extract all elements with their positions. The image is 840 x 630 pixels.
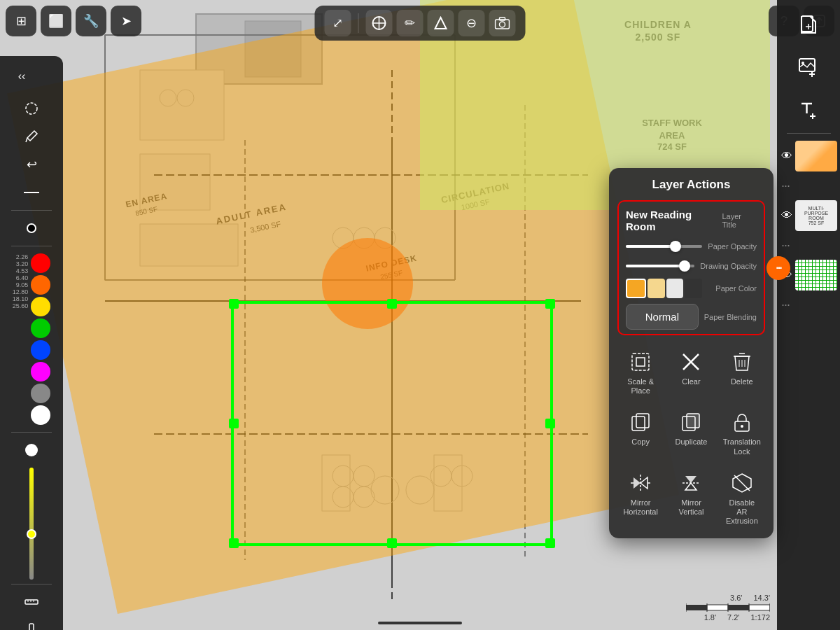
- scale-place-label: Scale &Place: [627, 377, 654, 396]
- pen-tool-button[interactable]: ✏: [397, 10, 424, 36]
- redo-tool[interactable]: [18, 179, 45, 206]
- eye-button-2[interactable]: 👁: [780, 209, 794, 222]
- color-swatch-dark-gray[interactable]: [685, 279, 702, 298]
- clear-icon: [678, 349, 704, 374]
- paper-blending-button[interactable]: Normal: [626, 304, 699, 330]
- opacity-thumb[interactable]: [27, 529, 36, 539]
- undo-tool[interactable]: ↩: [18, 151, 45, 178]
- layer-title-row: New Reading Room Layer Title: [626, 209, 757, 232]
- color-swatch-gray[interactable]: [31, 384, 50, 403]
- move-canvas-button[interactable]: ⤢: [325, 10, 351, 36]
- new-document-button[interactable]: [790, 7, 827, 43]
- size-numbers: 2.26 3.20 4.53 6.40 9.05 12.80 18.10 25.…: [13, 253, 29, 309]
- color-palette: [31, 253, 50, 425]
- ruler-labels-bottom: 1.8' 7.2' 1:172: [704, 613, 770, 622]
- duplicate-action[interactable]: Duplicate: [668, 404, 714, 460]
- selection-rect[interactable]: [231, 301, 553, 546]
- corner-handle-tl[interactable]: [229, 299, 239, 309]
- paper-opacity-thumb[interactable]: [670, 241, 681, 252]
- thumbnail-3[interactable]: [795, 260, 837, 290]
- mirror-horizontal-action[interactable]: MirrorHorizontal: [617, 465, 664, 531]
- line-icon: [24, 191, 39, 194]
- size-value: 12.80: [13, 288, 29, 295]
- grid-button[interactable]: ⊞: [6, 6, 36, 36]
- toolbar-separator: [358, 13, 359, 33]
- dots-row-1: ···: [777, 178, 840, 193]
- svg-rect-63: [29, 624, 34, 630]
- mirror-vertical-action[interactable]: MirrorVertical: [668, 465, 714, 531]
- color-swatch-orange[interactable]: [626, 279, 646, 298]
- split-tool-button[interactable]: [366, 10, 393, 36]
- layer-controls-box: New Reading Room Layer Title Paper Opaci…: [617, 200, 765, 335]
- corner-handle-bl[interactable]: [229, 538, 239, 548]
- mid-handle-left[interactable]: [229, 419, 239, 428]
- color-swatch-light-gray[interactable]: [666, 279, 684, 298]
- size-value: 25.60: [13, 302, 29, 309]
- settings-button[interactable]: 🔧: [76, 6, 106, 36]
- add-image-button[interactable]: [790, 49, 827, 85]
- mirror-horizontal-label: MirrorHorizontal: [623, 498, 658, 517]
- pen-tool[interactable]: [18, 617, 45, 630]
- color-swatch-light-orange[interactable]: [648, 279, 665, 298]
- eye-button-1[interactable]: 👁: [780, 150, 794, 162]
- svg-rect-53: [500, 18, 505, 20]
- more-dots-1: ···: [781, 178, 790, 193]
- divider4: [11, 584, 51, 584]
- color-swatch-red[interactable]: [31, 253, 50, 273]
- color-size-section: 2.26 3.20 4.53 6.40 9.05 12.80 18.10 25.…: [13, 251, 51, 428]
- paper-opacity-slider[interactable]: [626, 239, 702, 253]
- opacity-track[interactable]: [29, 468, 34, 580]
- drawing-opacity-thumb[interactable]: [679, 260, 690, 272]
- paper-color-row: Paper Color: [626, 279, 757, 298]
- color-swatch-white[interactable]: [31, 405, 50, 425]
- ruler-tool[interactable]: [18, 589, 45, 615]
- add-image-icon: [798, 57, 819, 77]
- clear-action[interactable]: Clear: [668, 344, 714, 400]
- trim-tool-button[interactable]: [428, 10, 454, 36]
- scale-ratio: 1:172: [750, 613, 770, 622]
- divider1: [11, 210, 51, 211]
- drawing-opacity-track: [626, 265, 694, 267]
- scale-label-3: 1.8': [704, 613, 716, 622]
- color-swatch-orange[interactable]: [31, 275, 50, 295]
- layer-actions-panel: Layer Actions New Reading Room Layer Tit…: [609, 168, 774, 538]
- size-value: 18.10: [13, 295, 29, 302]
- svg-rect-100: [707, 605, 728, 610]
- size-value: 2.26: [13, 253, 29, 260]
- eyedropper-tool[interactable]: [18, 123, 45, 150]
- scale-place-action[interactable]: Scale &Place: [617, 344, 664, 400]
- delete-action[interactable]: Delete: [719, 344, 765, 400]
- cursor-button[interactable]: ➤: [111, 6, 141, 36]
- white-dot-tool[interactable]: [18, 437, 45, 463]
- thumbnail-1[interactable]: [795, 141, 837, 172]
- new-doc-icon: [799, 15, 818, 36]
- color-swatch-green[interactable]: [31, 318, 50, 338]
- corner-handle-tr[interactable]: [545, 299, 555, 309]
- copy-action[interactable]: Copy: [617, 404, 664, 460]
- svg-marker-91: [640, 477, 648, 489]
- mid-handle-bottom[interactable]: [387, 538, 397, 548]
- mid-handle-top[interactable]: [387, 299, 397, 309]
- minus-button[interactable]: ⊖: [458, 10, 485, 36]
- collapse-toolbar-button[interactable]: ‹‹: [8, 63, 35, 90]
- add-text-button[interactable]: [790, 91, 827, 127]
- camera-icon: [495, 17, 510, 29]
- corner-handle-br[interactable]: [545, 538, 555, 548]
- pen-icon: [25, 623, 38, 630]
- mid-handle-right[interactable]: [545, 419, 555, 428]
- camera-button[interactable]: [489, 10, 516, 36]
- thumbnail-2[interactable]: MULTI-PURPOSE ROOM752 SF: [795, 200, 837, 231]
- scale-place-icon: [628, 349, 653, 374]
- svg-rect-101: [728, 605, 749, 610]
- more-options-button[interactable]: ···: [766, 256, 790, 280]
- color-swatch-yellow[interactable]: [31, 297, 50, 316]
- lasso-tool[interactable]: [18, 95, 45, 122]
- dot-tool[interactable]: [18, 215, 45, 241]
- top-left-toolbar: ⊞ ⬜ 🔧 ➤: [6, 6, 141, 36]
- disable-ar-action[interactable]: DisableAR Extrusion: [719, 465, 765, 531]
- translation-lock-action[interactable]: TranslationLock: [719, 404, 765, 460]
- color-swatch-blue[interactable]: [31, 340, 50, 360]
- drawing-opacity-slider[interactable]: [626, 259, 694, 273]
- layers-button[interactable]: ⬜: [41, 6, 71, 36]
- color-swatch-magenta[interactable]: [31, 362, 50, 382]
